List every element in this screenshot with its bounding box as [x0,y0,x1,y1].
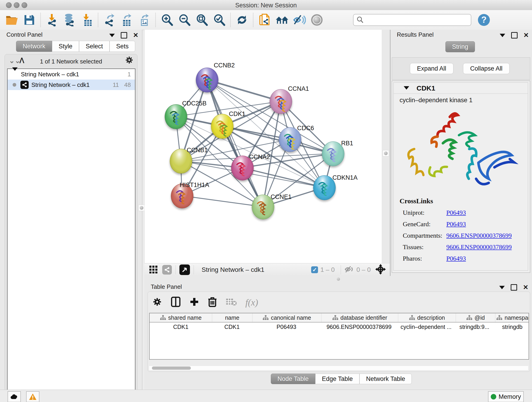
crosslink-row: GeneCard:P06493 [399,220,512,228]
refresh-icon[interactable] [235,13,249,27]
gray-sphere-icon[interactable] [310,13,323,27]
table-cell[interactable]: CDK1 [212,322,252,331]
svg-text:?: ? [481,15,486,25]
right-splitter-grip[interactable] [383,150,389,157]
zoom-out-icon[interactable] [178,13,191,27]
table-cell[interactable]: stringdb [494,322,529,331]
tab-select[interactable]: Select [79,41,109,52]
grid-view-icon[interactable] [149,265,158,274]
copy-share-icon[interactable] [258,13,271,27]
birdseye-icon[interactable] [179,264,190,275]
help-icon[interactable]: ? [477,13,491,27]
hidden-eye-icon[interactable] [345,265,354,274]
panel-menu-icon[interactable] [109,34,115,37]
network-collection-row[interactable]: String Network – cdk1 1 [7,69,135,80]
hscroll-thumb[interactable] [152,366,191,370]
search-box[interactable] [353,14,471,26]
network-canvas[interactable]: CCNB2CCNA1CDC25BCDK1CDC6RB1CCNB1CCNA2CDK… [144,30,382,263]
table-row[interactable]: CDK1CDK1P064939606.ENSP00000378699cyclin… [150,322,529,331]
hide-unhide-icon[interactable] [293,13,306,27]
panel-float-icon[interactable] [511,32,518,38]
table-settings-gear-icon[interactable] [152,297,162,307]
tab-node-table[interactable]: Node Table [271,374,315,384]
horizontal-splitter[interactable] [144,276,532,282]
tab-edge-table[interactable]: Edge Table [315,374,360,384]
import-table-icon[interactable] [80,13,94,27]
table-hscrollbar[interactable] [149,366,528,370]
panel-menu-icon[interactable] [500,34,505,37]
save-session-icon[interactable] [23,13,36,27]
column-header-databaseidentifier[interactable]: database identifier [322,313,398,322]
column-header-sharedname[interactable]: shared name [150,313,212,322]
delete-column-icon[interactable] [208,296,217,308]
table-cell[interactable]: CDK1 [150,322,212,331]
network-node-ccnb2[interactable] [196,68,218,92]
network-node-ccna1[interactable] [270,89,292,114]
column-header-namespac[interactable]: namespac [495,313,529,322]
tab-network-table[interactable]: Network Table [360,374,412,384]
network-row[interactable]: String Network – cdk1 11 48 [7,80,135,90]
column-header-name[interactable]: name [212,313,253,322]
crosslink-row: Uniprot:P06493 [399,209,512,216]
table-cell[interactable]: P06493 [252,322,321,331]
export-image-icon[interactable] [138,13,151,27]
column-header-canonicalname[interactable]: canonical name [253,313,322,322]
export-network-icon[interactable] [103,13,116,27]
column-header-id[interactable]: @id [456,313,495,322]
import-network-file-icon[interactable] [45,13,59,27]
expand-all-button[interactable]: Expand All [410,63,453,74]
panel-close-icon[interactable]: ✕ [524,33,529,38]
window-title: Session: New Session [0,2,532,9]
panel-close-icon[interactable]: ✕ [133,33,138,38]
gene-card-header[interactable]: CDK1 [394,83,528,94]
crosslink-label: Pharos: [403,255,446,262]
selected-checkbox-icon[interactable]: ✓ [311,266,318,273]
crosslink-link[interactable]: P06493 [446,209,466,216]
memory-button[interactable]: Memory [488,391,524,402]
gene-collapse-icon[interactable] [404,86,409,89]
panel-menu-icon[interactable] [499,286,505,289]
zoom-fit-icon[interactable] [195,13,209,27]
network-node-cdc25b[interactable] [165,104,187,129]
import-network-database-icon[interactable] [63,13,76,27]
zoom-selected-icon[interactable] [213,13,226,27]
panel-float-icon[interactable] [121,32,127,38]
crosslink-link[interactable]: P06493 [446,220,466,228]
crosslink-row: Compartments:9606.ENSP00000378699 [399,232,512,239]
search-input[interactable] [364,16,463,24]
table-cell[interactable]: stringdb:9... [455,322,494,331]
table-cell[interactable]: cyclin–dependent ... [397,322,455,331]
main-toolbar: ? [0,10,532,30]
tab-sets[interactable]: Sets [109,41,135,52]
collection-count: 1 [128,71,131,78]
pan-crosshair-icon[interactable] [375,264,386,275]
tab-style[interactable]: Style [52,41,79,52]
network-node-cdk1[interactable] [211,114,234,139]
tab-network[interactable]: Network [16,41,52,52]
share-view-icon[interactable] [162,265,172,274]
warning-icon [29,393,37,400]
crosslink-link[interactable]: 9606.ENSP00000378699 [446,243,512,251]
splitter-grip-dot [337,278,340,281]
table-cell[interactable]: 9606.ENSP00000378699 [321,322,397,331]
crosslink-link[interactable]: P06493 [446,255,466,262]
panel-close-icon[interactable]: ✕ [523,285,528,290]
cloud-button[interactable] [7,391,21,402]
column-header-description[interactable]: description [398,313,456,322]
collapse-all-button[interactable]: Collapse All [463,63,510,74]
export-table-icon[interactable] [120,13,133,27]
home-icon[interactable] [275,13,289,27]
panel-float-icon[interactable] [511,284,517,291]
open-session-icon[interactable] [5,13,19,27]
show-columns-icon[interactable] [171,296,181,308]
zoom-in-icon[interactable] [160,13,174,27]
left-splitter-grip[interactable] [138,205,145,211]
collapse-triangle-icon[interactable] [12,71,18,78]
crosslink-link[interactable]: 9606.ENSP00000378699 [446,232,512,239]
tree-options-gear-icon[interactable] [125,56,133,65]
tab-string[interactable]: String [445,41,475,52]
network-edge[interactable] [207,80,263,207]
warning-button[interactable] [26,391,39,402]
add-column-icon[interactable] [190,297,199,307]
network-edge[interactable] [182,196,263,207]
